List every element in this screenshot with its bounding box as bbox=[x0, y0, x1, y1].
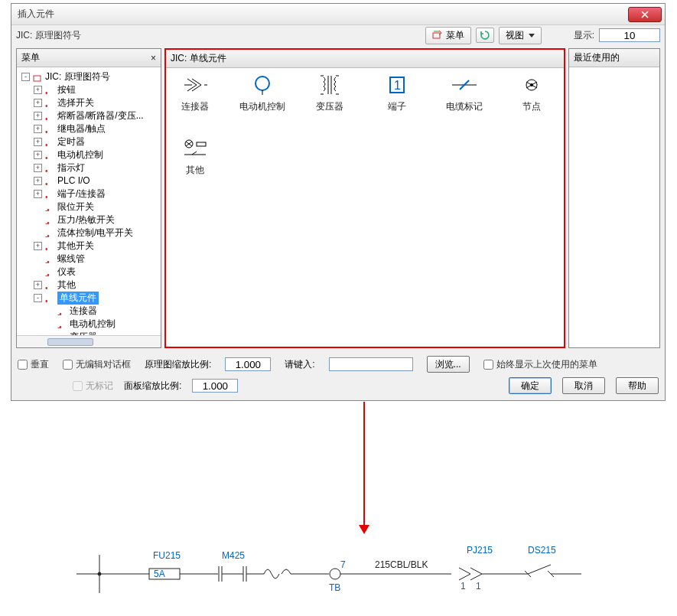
always-show-checkbox[interactable]: 始终显示上次使用的菜单 bbox=[483, 358, 597, 371]
tree-item[interactable]: + 指示灯 bbox=[32, 161, 159, 174]
type-in-input[interactable] bbox=[329, 357, 413, 371]
schematic-scale-label: 原理图缩放比例: bbox=[145, 358, 211, 371]
bottom-controls: 垂直 无编辑对话框 原理图缩放比例: 请键入: 浏览... 始终显示上次使用的菜… bbox=[11, 351, 665, 400]
svg-point-37 bbox=[330, 569, 340, 579]
menu-tree-panel: 菜单 × - JIC: 原理图符号+ 按钮+ 选择开关+ 熔断器/断路器/变压.… bbox=[16, 48, 161, 348]
panel-scale-label: 面板缩放比例: bbox=[124, 380, 181, 393]
svg-text:1: 1 bbox=[394, 79, 401, 92]
svg-text:M425: M425 bbox=[222, 550, 245, 561]
refresh-icon bbox=[480, 30, 490, 41]
refresh-button[interactable] bbox=[476, 28, 494, 43]
gallery-item-transformer[interactable]: 变压器 bbox=[307, 74, 353, 113]
display-label: 显示: bbox=[574, 29, 594, 42]
titlebar[interactable]: 插入元件 bbox=[11, 4, 665, 25]
tree-item[interactable]: + 其他 bbox=[32, 279, 159, 292]
svg-line-48 bbox=[528, 565, 551, 574]
callout-arrowhead-icon bbox=[359, 525, 369, 534]
svg-point-2 bbox=[256, 77, 269, 90]
tree-horizontal-scrollbar[interactable] bbox=[17, 335, 161, 347]
tree-item[interactable]: + 继电器/触点 bbox=[32, 122, 159, 135]
schematic-scale-input[interactable] bbox=[225, 357, 271, 371]
svg-text:1: 1 bbox=[461, 581, 466, 592]
tree-subitem[interactable]: 变压器 bbox=[44, 331, 159, 335]
icon-gallery-panel: JIC: 单线元件 连接器电动机控制变压器1端子电缆标记节点其他 bbox=[164, 48, 565, 348]
tree-item[interactable]: 仪表 bbox=[32, 266, 159, 279]
tree-item[interactable]: + 按钮 bbox=[32, 83, 159, 96]
gallery-item-connector[interactable]: 连接器 bbox=[172, 74, 218, 113]
transformer-icon bbox=[316, 74, 343, 96]
connector-icon bbox=[181, 74, 209, 96]
other-icon bbox=[181, 138, 209, 159]
display-count-input[interactable] bbox=[599, 28, 660, 42]
recent-panel-title: 最近使用的 bbox=[574, 51, 620, 64]
close-icon bbox=[641, 11, 649, 18]
tree-item[interactable]: 流体控制/电平开关 bbox=[32, 227, 159, 240]
view-button[interactable]: 视图 bbox=[499, 27, 542, 44]
svg-rect-1 bbox=[34, 76, 41, 81]
single-line-schematic: FU215 5A M425 7 TB 215CBL/BLK PJ215 1 1 … bbox=[76, 536, 612, 605]
help-button[interactable]: 帮助 bbox=[616, 377, 659, 394]
tree-item[interactable]: + 选择开关 bbox=[32, 96, 159, 109]
panel-scale-input[interactable] bbox=[192, 379, 238, 393]
gallery-item-other[interactable]: 其他 bbox=[172, 138, 218, 177]
tree-item[interactable]: 限位开关 bbox=[32, 200, 159, 213]
tree-subitem[interactable]: 电动机控制 bbox=[44, 318, 159, 331]
menu-icon bbox=[432, 30, 443, 41]
tree-item[interactable]: + 端子/连接器 bbox=[32, 187, 159, 200]
no-edit-dialog-checkbox[interactable]: 无编辑对话框 bbox=[63, 358, 131, 371]
tree-item[interactable]: 压力/热敏开关 bbox=[32, 213, 159, 227]
tree-item[interactable]: + 电动机控制 bbox=[32, 148, 159, 161]
browse-button[interactable]: 浏览... bbox=[427, 356, 470, 373]
panel-close-button[interactable]: × bbox=[151, 53, 156, 64]
chevron-down-icon bbox=[529, 34, 535, 37]
icon-grid: 连接器电动机控制变压器1端子电缆标记节点其他 bbox=[166, 68, 564, 183]
menu-button[interactable]: 菜单 bbox=[425, 27, 471, 44]
window-title: 插入元件 bbox=[15, 8, 628, 21]
gallery-title: JIC: 单线元件 bbox=[171, 52, 226, 65]
menu-panel-title: 菜单 bbox=[21, 51, 40, 64]
close-button[interactable] bbox=[628, 7, 662, 22]
vertical-checkbox[interactable]: 垂直 bbox=[18, 358, 49, 371]
tree-item[interactable]: + 熔断器/断路器/变压... bbox=[32, 109, 159, 122]
svg-text:PJ215: PJ215 bbox=[467, 545, 493, 556]
svg-text:1: 1 bbox=[476, 581, 481, 592]
svg-text:FU215: FU215 bbox=[153, 550, 181, 561]
svg-text:DS215: DS215 bbox=[528, 545, 556, 556]
svg-rect-0 bbox=[433, 33, 440, 38]
insert-component-dialog: 插入元件 JIC: 原理图符号 菜单 视图 显示: bbox=[11, 3, 666, 401]
cancel-button[interactable]: 取消 bbox=[562, 377, 605, 394]
tree-item[interactable]: + PLC I/O bbox=[32, 174, 159, 187]
terminal-icon: 1 bbox=[383, 74, 411, 96]
recent-panel: 最近使用的 bbox=[568, 48, 660, 348]
gallery-item-motor-ctrl[interactable]: 电动机控制 bbox=[239, 74, 285, 113]
tree-item[interactable]: + 其他开关 bbox=[32, 240, 159, 253]
node-icon bbox=[518, 74, 545, 96]
tree-item[interactable]: + 定时器 bbox=[32, 135, 159, 148]
motor-ctrl-icon bbox=[249, 74, 276, 96]
svg-text:7: 7 bbox=[340, 559, 346, 570]
svg-text:215CBL/BLK: 215CBL/BLK bbox=[375, 559, 428, 570]
callout-arrow bbox=[363, 402, 365, 526]
cable-mark-icon bbox=[451, 74, 478, 96]
svg-text:5A: 5A bbox=[154, 569, 165, 579]
gallery-item-cable-mark[interactable]: 电缆标记 bbox=[441, 74, 487, 113]
jic-label: JIC: 原理图符号 bbox=[16, 29, 81, 42]
svg-rect-19 bbox=[197, 142, 206, 146]
tree-item[interactable]: 螺线管 bbox=[32, 253, 159, 266]
toolbar: JIC: 原理图符号 菜单 视图 显示: bbox=[11, 25, 665, 45]
gallery-item-node[interactable]: 节点 bbox=[509, 74, 555, 113]
gallery-item-terminal[interactable]: 1端子 bbox=[374, 74, 420, 113]
no-mark-checkbox: 无标记 bbox=[73, 380, 113, 393]
tree-item-selected[interactable]: - 单线元件 连接器 电动机控制 变压器 端子 bbox=[32, 292, 159, 335]
svg-text:TB: TB bbox=[329, 582, 340, 593]
ok-button[interactable]: 确定 bbox=[509, 377, 552, 394]
component-tree[interactable]: - JIC: 原理图符号+ 按钮+ 选择开关+ 熔断器/断路器/变压...+ 继… bbox=[17, 67, 161, 335]
type-in-label: 请键入: bbox=[285, 358, 314, 371]
tree-subitem[interactable]: 连接器 bbox=[44, 305, 159, 318]
